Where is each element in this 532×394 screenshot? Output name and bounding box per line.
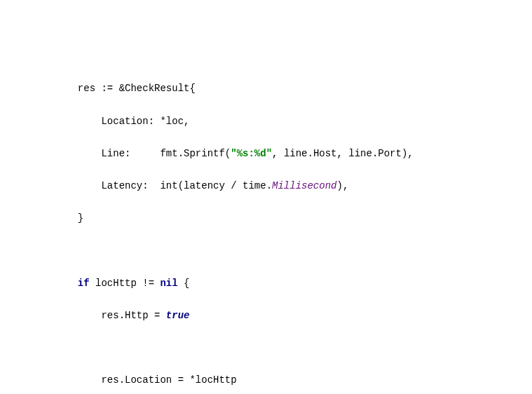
- code-line: Line: fmt.Sprintf("%s:%d", line.Host, li…: [7, 146, 525, 162]
- bool-literal: true: [166, 310, 190, 321]
- code-line: }: [7, 210, 525, 226]
- code-editor[interactable]: res := &CheckResult{ Location: *loc, Lin…: [0, 64, 532, 394]
- code-line: Location: *loc,: [7, 114, 525, 130]
- code-line: res := &CheckResult{: [7, 81, 525, 97]
- code-line: [7, 243, 525, 259]
- keyword-if: if: [78, 278, 90, 289]
- code-line: res.Location = *locHttp: [7, 372, 525, 388]
- code-line: [7, 340, 525, 356]
- string-literal: "%s:%d": [231, 148, 272, 159]
- code-line: res.Http = true: [7, 308, 525, 324]
- code-line: Latency: int(latency / time.Millisecond)…: [7, 178, 525, 194]
- code-line: if locHttp != nil {: [7, 276, 525, 292]
- field-ref: Millisecond: [272, 180, 336, 191]
- keyword-nil: nil: [160, 278, 177, 289]
